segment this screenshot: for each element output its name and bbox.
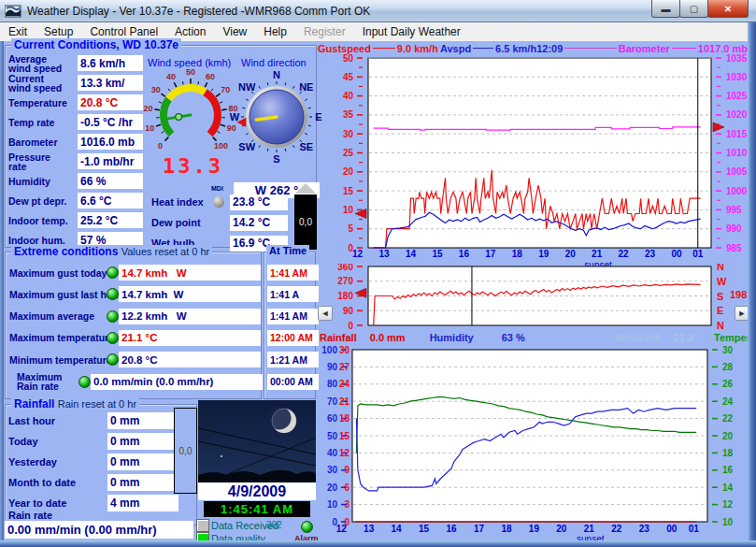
scroll-up-icon[interactable]	[295, 183, 316, 194]
compass-point-ne: NE	[299, 81, 313, 93]
wind-direction-compass: NNEESESSWWNW	[228, 68, 325, 180]
svg-text:180: 180	[337, 291, 353, 301]
svg-text:27: 27	[339, 362, 350, 372]
cc-row-indoor-temp: Indoor temp.25.2 °C	[8, 210, 160, 230]
alarm-led	[301, 521, 313, 533]
svg-text:12: 12	[336, 524, 348, 534]
extreme-label: Minimum temperature	[9, 355, 112, 365]
menu-item-view[interactable]: View	[214, 23, 255, 40]
svg-text:0: 0	[348, 321, 353, 331]
rainfall-legend-label: Rainfall	[320, 332, 357, 343]
window-bottom-border	[0, 540, 756, 547]
extreme-time: 1:21 AM	[267, 352, 319, 367]
time-display: 1:45:41 AM	[204, 501, 310, 517]
cc-row-temperature: Temperature20.8 °C	[8, 93, 160, 112]
extreme-label: Maximum average	[9, 311, 94, 321]
baro-legend-line	[672, 48, 696, 49]
extreme-time: 1:41 A	[267, 286, 319, 302]
svg-text:20: 20	[565, 249, 577, 259]
svg-text:15: 15	[432, 249, 443, 259]
rain-row-today: Today0 mm	[8, 432, 178, 450]
status-led	[107, 266, 119, 279]
chart-footer-legend: Rainfall 0.0 mm Humidity 63 % Windchill …	[320, 330, 748, 344]
window-title: Weather Display - Ver 10.37e - Registere…	[27, 5, 370, 18]
svg-text:15: 15	[343, 186, 354, 196]
minimize-button[interactable]: ▬	[651, 0, 680, 18]
rain-value: 0 mm	[107, 453, 178, 470]
rain-label: Last hour	[8, 415, 107, 426]
cc-value: 1016.0 mb	[78, 134, 143, 150]
cc-value: 20.8 °C	[78, 94, 143, 110]
maximize-button[interactable]: ▢	[679, 0, 708, 18]
data-received-count: 302	[266, 520, 282, 530]
current-conditions-rows: Average wind speed8.6 km/hCurrent wind s…	[8, 53, 160, 250]
svg-text:1020: 1020	[726, 109, 748, 120]
svg-text:5: 5	[348, 223, 353, 234]
derived-row-heat-index: Heat index23.8 °C	[151, 194, 288, 210]
extreme-row-maximum: Maximum Rain rate0.0 mm/min (0.0 mm/hr)	[6, 373, 261, 391]
svg-text:30: 30	[343, 129, 354, 139]
extreme-time-row: 1:41 AM	[264, 264, 315, 281]
svg-text:1025: 1025	[726, 91, 748, 101]
mdi-button[interactable]	[213, 196, 224, 208]
menu-item-help[interactable]: Help	[255, 23, 295, 40]
svg-text:N: N	[717, 264, 724, 272]
svg-text:12: 12	[352, 249, 364, 259]
cc-value: 25.2 °C	[78, 212, 143, 228]
window-left-border	[0, 41, 4, 547]
svg-text:30: 30	[339, 345, 350, 355]
cc-label: Temperature	[8, 98, 78, 108]
rain-row-yesterday: Yesterday0 mm	[8, 453, 178, 470]
menu-item-input-daily-weather[interactable]: Input Daily Weather	[354, 23, 469, 40]
rain-gauge-value: 0,0	[179, 446, 193, 456]
svg-text:10: 10	[343, 205, 354, 215]
cc-label: Pressure rate	[8, 152, 78, 171]
rainfall-legend-value: 0.0 mm	[370, 332, 406, 343]
svg-text:14: 14	[406, 249, 417, 259]
cc-label: Average wind speed	[8, 54, 78, 73]
svg-text:15: 15	[419, 524, 430, 534]
svg-text:9: 9	[344, 465, 349, 475]
svg-text:1005: 1005	[726, 166, 748, 177]
svg-text:18: 18	[501, 524, 512, 534]
cc-label: Current wind speed	[8, 74, 78, 93]
svg-text:0: 0	[158, 141, 163, 151]
svg-text:12: 12	[339, 448, 350, 458]
svg-text:E: E	[717, 305, 723, 316]
compass-point-sw: SW	[238, 141, 255, 152]
svg-text:16: 16	[446, 524, 457, 534]
rain-rate-value: 0.00 mm/min (0.00 mm/hr)	[5, 521, 193, 539]
svg-text:14: 14	[392, 524, 403, 534]
svg-text:45: 45	[343, 72, 354, 82]
gust-legend-line	[373, 48, 395, 49]
extreme-row-maximum-gust-today: Maximum gust today14.7 kmh W	[6, 264, 261, 281]
status-led	[107, 353, 119, 366]
extreme-value: 0.0 mm/min (0.0 mm/hr)	[91, 374, 263, 390]
svg-text:26: 26	[722, 379, 734, 389]
scroll-left-button[interactable]: ◄	[318, 306, 333, 321]
data-received-checkbox[interactable]	[196, 519, 209, 532]
cc-label: Dew pt depr.	[8, 196, 78, 206]
cc-label: Temp rate	[8, 118, 78, 127]
svg-text:1015: 1015	[726, 129, 748, 139]
extreme-time: 1:41 AM	[267, 265, 319, 281]
close-button[interactable]: ✕	[707, 0, 749, 18]
cc-value: -1.0 mb/hr	[78, 153, 143, 169]
app-icon	[5, 5, 21, 18]
extreme-row-maximum-temperature: Maximum temperature21.1 °C	[6, 329, 261, 347]
svg-text:1000: 1000	[726, 186, 748, 196]
humidity-temp-rain-chart: 0102030405060708090100036912151821242730…	[314, 345, 749, 543]
extreme-value: 14.7 kmh W	[119, 265, 261, 281]
wind-run-value: 0,0	[299, 217, 312, 227]
svg-text:22: 22	[619, 249, 630, 259]
svg-text:25: 25	[343, 148, 354, 158]
svg-text:19: 19	[529, 524, 540, 534]
status-led	[107, 310, 119, 323]
svg-text:00: 00	[666, 524, 678, 534]
svg-text:40: 40	[327, 448, 338, 458]
cc-row-humidity: Humidity66 %	[8, 171, 160, 191]
cc-label: Humidity	[8, 177, 78, 186]
status-led	[78, 376, 91, 388]
extreme-time: 1:41 AM	[267, 309, 319, 324]
wind-run-bar: 0,0	[294, 194, 317, 250]
